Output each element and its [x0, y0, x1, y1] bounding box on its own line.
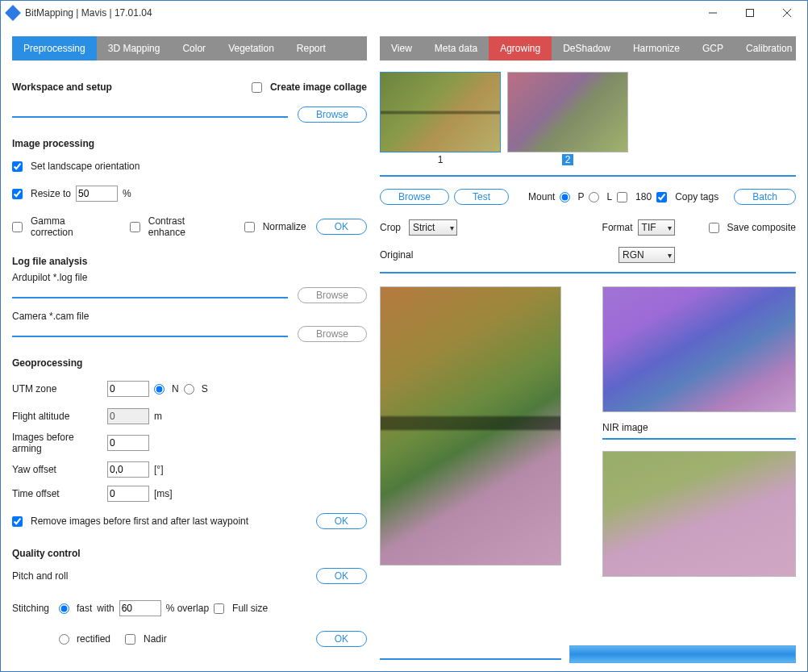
mount-l-radio[interactable]: L	[589, 188, 612, 206]
workspace-heading: Workspace and setup	[12, 81, 112, 93]
resize-value[interactable]	[76, 186, 118, 202]
right-test-button[interactable]: Test	[454, 189, 509, 205]
nadir-check[interactable]: Nadir	[125, 630, 167, 648]
thumb-2[interactable]	[507, 72, 628, 152]
minimize-button[interactable]	[694, 1, 731, 25]
fullsize-check[interactable]: Full size	[214, 599, 268, 617]
geo-heading: Geoprocessing	[12, 357, 367, 369]
tab-deshadow[interactable]: DeShadow	[552, 36, 622, 61]
overlap-value[interactable]	[119, 600, 161, 616]
original-select[interactable]: RGN	[618, 247, 675, 263]
tab-calibration[interactable]: Calibration	[735, 36, 803, 61]
tab-vegetation[interactable]: Vegetation	[217, 36, 285, 61]
left-tabs: Preprocessing 3D Mapping Color Vegetatio…	[12, 36, 367, 61]
tab-gcp[interactable]: GCP	[691, 36, 735, 61]
utm-s-radio[interactable]: S	[184, 380, 208, 398]
utm-value[interactable]	[107, 381, 149, 397]
tab-preprocessing[interactable]: Preprocessing	[12, 36, 97, 61]
workspace-browse-button[interactable]: Browse	[298, 106, 367, 123]
tab-harmonize[interactable]: Harmonize	[622, 36, 691, 61]
progress-bar	[569, 645, 796, 663]
landscape-check[interactable]: Set landscape orientation	[12, 157, 367, 175]
cam-label: Camera *.cam file	[12, 311, 367, 322]
stitch-rectified-radio[interactable]: rectified	[59, 630, 110, 648]
cam-browse-button[interactable]: Browse	[298, 326, 367, 342]
tab-color[interactable]: Color	[171, 36, 217, 61]
tab-metadata[interactable]: Meta data	[423, 36, 489, 61]
tab-agrowing[interactable]: Agrowing	[489, 36, 552, 61]
tab-3d-mapping[interactable]: 3D Mapping	[97, 36, 172, 61]
thumb-1[interactable]	[380, 72, 501, 152]
right-browse-button[interactable]: Browse	[380, 189, 449, 205]
logs-heading: Log file analysis	[12, 256, 367, 267]
preview-main[interactable]	[380, 286, 561, 566]
resize-check[interactable]: Resize to	[12, 185, 71, 202]
imgproc-ok-button[interactable]: OK	[316, 219, 367, 235]
close-button[interactable]	[768, 1, 806, 25]
qc-stitch-ok-button[interactable]: OK	[316, 631, 367, 647]
mount-180-check[interactable]: 180	[617, 188, 652, 206]
right-tabs: View Meta data Agrowing DeShadow Harmoni…	[380, 36, 796, 61]
qc-pitch-ok-button[interactable]: OK	[316, 568, 367, 584]
batch-button[interactable]: Batch	[734, 189, 796, 205]
preview-nir-bottom[interactable]	[602, 451, 796, 577]
ardu-browse-button[interactable]: Browse	[298, 287, 367, 303]
before-value[interactable]	[107, 435, 149, 451]
alt-value	[107, 408, 149, 424]
create-collage-check[interactable]: Create image collage	[252, 78, 367, 96]
ardu-label: Ardupilot *.log file	[12, 272, 367, 283]
stitch-fast-radio[interactable]: fast	[59, 599, 92, 617]
qc-heading: Quality control	[12, 548, 367, 559]
maximize-button[interactable]	[731, 1, 768, 25]
time-value[interactable]	[107, 486, 149, 502]
format-select[interactable]: TIF	[638, 219, 675, 236]
app-icon	[5, 5, 21, 21]
geo-ok-button[interactable]: OK	[316, 513, 367, 529]
save-composite-check[interactable]: Save composite	[709, 219, 796, 236]
gamma-check[interactable]: Gamma correction	[12, 215, 109, 238]
crop-select[interactable]: Strict	[409, 219, 457, 236]
nir-label: NIR image	[602, 422, 796, 433]
tab-view[interactable]: View	[380, 36, 423, 61]
window-title: BitMapping | Mavis | 17.01.04	[25, 7, 694, 19]
mount-p-radio[interactable]: P	[560, 188, 584, 206]
tab-report[interactable]: Report	[285, 36, 337, 61]
preview-nir-top[interactable]	[602, 286, 796, 412]
imgproc-heading: Image processing	[12, 138, 367, 149]
workspace-path-underline	[12, 116, 288, 118]
contrast-check[interactable]: Contrast enhance	[130, 215, 223, 238]
normalize-check[interactable]: Normalize	[244, 218, 306, 236]
copytags-check[interactable]: Copy tags	[656, 188, 718, 206]
remove-wp-check[interactable]: Remove images before first and after las…	[12, 512, 248, 530]
svg-rect-1	[747, 10, 754, 17]
yaw-value[interactable]	[107, 461, 149, 478]
utm-n-radio[interactable]: N	[154, 380, 179, 398]
